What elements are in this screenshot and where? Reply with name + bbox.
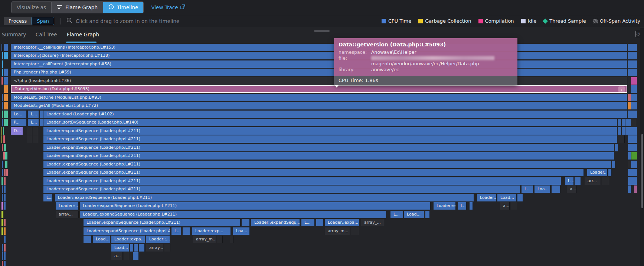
flame-bar[interactable]: array... — [146, 244, 163, 252]
flame-bar[interactable]: ModuleList::getOne (ModuleList.php:L#93) — [11, 94, 627, 101]
flame-bar[interactable] — [134, 244, 138, 252]
flame-chip[interactable] — [4, 236, 6, 243]
flame-bar[interactable]: Interceptor::__callParent (Interceptor.p… — [11, 60, 627, 68]
flame-bar[interactable]: Php::render (Php.php:L#59) — [11, 69, 627, 76]
flame-bar[interactable] — [634, 169, 637, 176]
flame-chip[interactable] — [5, 152, 8, 160]
flame-chip[interactable] — [2, 111, 3, 118]
tab-flame-graph[interactable]: Flame Graph — [67, 32, 99, 37]
tab-summary[interactable]: Summary — [2, 32, 26, 37]
span-toggle[interactable]: Span — [32, 17, 54, 25]
flame-bar[interactable] — [164, 244, 170, 252]
flame-bar[interactable] — [634, 111, 637, 118]
flame-bar[interactable]: L... — [522, 185, 533, 193]
flame-bar[interactable]: a... — [500, 202, 510, 210]
flame-bar[interactable]: L... — [28, 119, 39, 126]
flame-bar[interactable]: Loader::expandSequence (Loader.php:L#211… — [84, 227, 170, 235]
flame-bar[interactable] — [33, 127, 38, 135]
flame-bar-selected[interactable]: ⋮Data::getVersion (Data.php:L#5093) — [11, 85, 627, 93]
flame-chip[interactable] — [4, 227, 6, 235]
flame-bar[interactable] — [618, 135, 625, 143]
flame-bar[interactable] — [618, 119, 621, 126]
flame-bar[interactable] — [634, 77, 637, 85]
flame-bar[interactable] — [130, 244, 134, 252]
flame-bar[interactable]: Loader::expandSequence (Loader.php:L#211… — [80, 211, 386, 218]
flame-bar[interactable] — [634, 69, 637, 76]
flame-chip[interactable] — [4, 177, 6, 185]
flame-chip[interactable] — [4, 94, 8, 101]
tab-call-tree[interactable]: Call Tree — [36, 32, 57, 37]
flame-bar[interactable] — [511, 202, 517, 210]
flame-bar[interactable]: Loader::expandSequence (Loader.php:L#211… — [43, 161, 611, 168]
flame-chip[interactable] — [1, 127, 3, 135]
flame-chip[interactable] — [4, 144, 6, 151]
flame-bar[interactable]: array... — [56, 211, 79, 218]
flame-bar[interactable]: Load... — [497, 194, 517, 201]
flame-bar[interactable]: array_m... — [325, 227, 350, 235]
flame-bar[interactable] — [183, 227, 190, 235]
flame-bar[interactable] — [634, 60, 637, 68]
flame-chip[interactable] — [1, 135, 3, 143]
flame-bar[interactable] — [634, 127, 637, 135]
flame-bar[interactable]: Loader::expandSequence (Loader.php:L#211… — [55, 194, 474, 201]
flame-bar[interactable] — [612, 161, 615, 168]
flame-chip[interactable] — [4, 44, 8, 51]
flame-bar[interactable] — [634, 102, 637, 109]
timeline-view-button[interactable]: Timeline — [103, 2, 143, 13]
flame-bar[interactable] — [133, 252, 139, 260]
flame-bar[interactable]: a... — [567, 185, 577, 193]
flame-bar[interactable] — [628, 185, 631, 193]
flame-bar[interactable]: Lo... — [11, 111, 27, 118]
flame-bar[interactable]: Load... — [111, 244, 129, 252]
flame-bar[interactable]: Loader::... — [56, 202, 79, 210]
flame-chip[interactable] — [4, 194, 6, 201]
flame-bar[interactable] — [634, 52, 637, 59]
flame-bar[interactable]: Loader::expandSequence (Loader.php:L#211… — [43, 135, 617, 143]
process-toggle[interactable]: Process — [4, 17, 32, 25]
flame-bar[interactable] — [217, 236, 223, 243]
flame-chip[interactable] — [5, 161, 8, 168]
flame-bar[interactable] — [622, 119, 625, 126]
flame-bar[interactable]: L... — [390, 211, 403, 218]
flame-chip[interactable] — [4, 119, 8, 126]
flame-bar[interactable]: Loa... — [535, 185, 550, 193]
flame-bar[interactable] — [634, 135, 637, 143]
flame-bar[interactable] — [608, 169, 612, 176]
flame-bar[interactable] — [615, 144, 618, 151]
flame-bar[interactable]: L... — [565, 177, 574, 185]
flame-chip[interactable] — [3, 135, 5, 143]
flame-bar[interactable]: Loader::expandSequence (Loader.php:L#211… — [43, 152, 614, 160]
flame-bar[interactable]: Loader::expandSequence (Loader.php:L#211… — [43, 177, 561, 185]
flame-bar[interactable]: ModuleList::getAll (ModuleList.php:L#72) — [11, 102, 627, 109]
flame-bar[interactable] — [40, 119, 43, 126]
flame-bar[interactable]: arr... — [585, 177, 601, 185]
flame-chip[interactable] — [4, 69, 8, 76]
flame-chip[interactable] — [4, 202, 6, 210]
flame-chip[interactable] — [2, 102, 3, 109]
flame-bar[interactable] — [316, 219, 324, 226]
scrollbar-thumb[interactable] — [641, 134, 643, 208]
flame-chip[interactable] — [4, 244, 6, 252]
flame-bar[interactable]: P... — [11, 119, 27, 126]
flame-bar[interactable] — [124, 252, 129, 260]
flame-chip[interactable] — [4, 252, 6, 260]
flame-bar[interactable]: array_m... — [193, 236, 216, 243]
flame-chip[interactable] — [4, 111, 8, 118]
flame-bar[interactable]: Loader::expandSequ... — [251, 219, 300, 226]
flame-bar[interactable]: Interceptor::{closure} (Interceptor.php:… — [11, 52, 627, 59]
flame-bar[interactable]: L... — [171, 227, 181, 235]
flame-bar[interactable]: Loader::expandSequence (Loader.php:L#211… — [43, 127, 617, 135]
flame-bar[interactable] — [628, 152, 631, 160]
flame-chip[interactable] — [4, 261, 6, 266]
flame-bar[interactable] — [631, 119, 636, 126]
flame-bar[interactable] — [470, 202, 473, 210]
view-trace-link[interactable]: View Trace — [151, 4, 185, 10]
flame-bar[interactable] — [40, 111, 43, 118]
flame-bar[interactable] — [634, 152, 637, 160]
flame-bar[interactable] — [634, 94, 637, 101]
flame-bar[interactable] — [634, 185, 637, 193]
flame-chip[interactable] — [2, 144, 4, 151]
flame-bar[interactable] — [230, 236, 233, 243]
flame-graph-view-button[interactable]: Flame Graph — [52, 2, 103, 13]
flame-chip[interactable] — [2, 60, 3, 68]
